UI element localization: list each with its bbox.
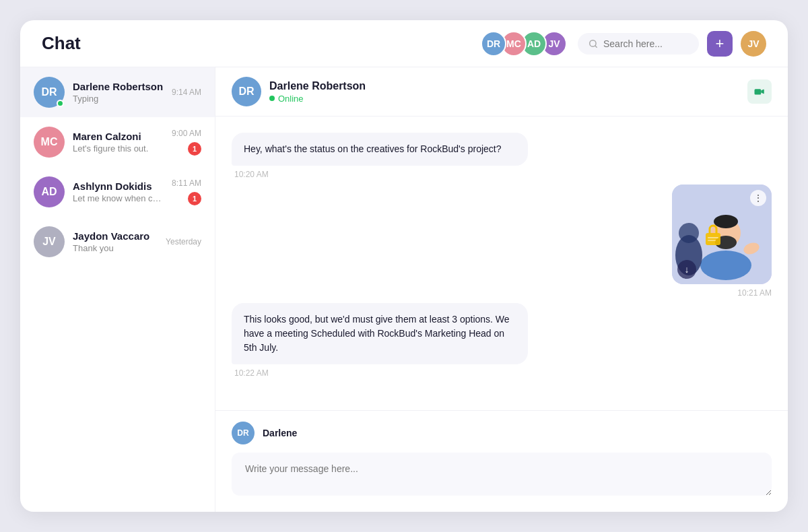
chat-header-status: Online bbox=[269, 94, 747, 104]
chat-header: DR Darlene Robertson Online bbox=[215, 67, 788, 117]
svg-rect-9 bbox=[708, 237, 718, 238]
list-item[interactable]: JV Jaydon Vaccaro Thank you Yesterday bbox=[20, 217, 215, 267]
chat-header-avatar: DR bbox=[232, 77, 261, 106]
input-area: DR Darlene bbox=[215, 410, 788, 512]
chat-info: Darlene Robertson Typing bbox=[73, 81, 164, 104]
message-bubble: Hey, what's the status on the creatives … bbox=[232, 133, 528, 166]
download-button[interactable]: ↓ bbox=[677, 260, 696, 279]
image-illustration: ⋮ ↓ bbox=[672, 185, 772, 284]
message-time: 9:14 AM bbox=[172, 88, 201, 97]
chat-info: Jaydon Vaccaro Thank you bbox=[73, 230, 158, 253]
status-label: Online bbox=[278, 94, 304, 104]
list-item[interactable]: DR Darlene Robertson Typing 9:14 AM bbox=[20, 67, 215, 117]
header: Chat DR MC AD JV + JV bbox=[20, 20, 788, 67]
video-call-button[interactable] bbox=[747, 79, 772, 104]
message-time: 9:00 AM bbox=[172, 129, 201, 138]
message-bubble: This looks good, but we'd must give them… bbox=[232, 303, 528, 364]
list-item[interactable]: MC Maren Calzoni Let's figure this out. … bbox=[20, 117, 215, 167]
chat-meta: 8:11 AM 1 bbox=[172, 178, 201, 205]
svg-point-4 bbox=[700, 251, 751, 280]
contact-name: Maren Calzoni bbox=[73, 131, 164, 142]
svg-rect-10 bbox=[708, 240, 716, 241]
messages-area: Hey, what's the status on the creatives … bbox=[215, 117, 788, 410]
unread-badge: 1 bbox=[188, 192, 201, 205]
chat-meta: 9:00 AM 1 bbox=[172, 129, 201, 156]
svg-rect-2 bbox=[755, 89, 762, 94]
svg-rect-8 bbox=[706, 233, 720, 245]
chat-meta: 9:14 AM bbox=[172, 88, 201, 97]
message-input[interactable] bbox=[232, 453, 772, 496]
sender-avatar: DR bbox=[232, 422, 255, 444]
main-chat: DR Darlene Robertson Online Hey, what's … bbox=[215, 67, 788, 512]
message-timestamp: 10:20 AM bbox=[234, 170, 772, 179]
avatar: JV bbox=[34, 226, 65, 257]
page-title: Chat bbox=[42, 33, 481, 54]
chat-header-name: Darlene Robertson bbox=[269, 80, 747, 92]
message-time: 8:11 AM bbox=[172, 178, 201, 188]
avatar: AD bbox=[34, 176, 65, 207]
search-bar[interactable] bbox=[578, 33, 699, 55]
header-avatars: DR MC AD JV bbox=[481, 31, 567, 57]
list-item[interactable]: AD Ashlynn Dokidis Let me know when can.… bbox=[20, 167, 215, 217]
chat-info: Maren Calzoni Let's figure this out. bbox=[73, 131, 164, 154]
message-preview: Let's figure this out. bbox=[73, 143, 164, 154]
app-container: Chat DR MC AD JV + JV DR Darlene Roberts… bbox=[20, 20, 788, 512]
message-item: This looks good, but we'd must give them… bbox=[232, 303, 772, 378]
online-indicator bbox=[57, 100, 64, 107]
header-avatar-1: DR bbox=[481, 31, 506, 57]
unread-badge: 1 bbox=[188, 142, 201, 156]
contact-name: Ashlynn Dokidis bbox=[73, 180, 164, 192]
sender-name: Darlene bbox=[263, 428, 297, 438]
chat-header-info: Darlene Robertson Online bbox=[269, 80, 747, 104]
avatar: MC bbox=[34, 127, 65, 158]
search-icon bbox=[588, 39, 598, 48]
message-item: ⋮ ↓ 10:21 AM bbox=[232, 185, 772, 298]
message-image[interactable]: ⋮ ↓ bbox=[672, 185, 772, 284]
input-row: DR Darlene bbox=[232, 422, 772, 444]
search-input[interactable] bbox=[603, 38, 688, 49]
svg-point-12 bbox=[679, 223, 699, 243]
message-timestamp: 10:22 AM bbox=[234, 368, 772, 378]
chat-meta: Yesterday bbox=[166, 237, 201, 246]
message-preview: Typing bbox=[73, 94, 164, 104]
more-options-button[interactable]: ⋮ bbox=[750, 190, 766, 206]
message-time: Yesterday bbox=[166, 237, 201, 246]
svg-point-7 bbox=[714, 215, 738, 228]
contact-name: Jaydon Vaccaro bbox=[73, 230, 158, 242]
body: DR Darlene Robertson Typing 9:14 AM MC M… bbox=[20, 67, 788, 512]
message-item: Hey, what's the status on the creatives … bbox=[232, 133, 772, 179]
status-dot bbox=[269, 96, 275, 101]
chat-info: Ashlynn Dokidis Let me know when can... bbox=[73, 180, 164, 203]
message-preview: Let me know when can... bbox=[73, 193, 164, 203]
sidebar: DR Darlene Robertson Typing 9:14 AM MC M… bbox=[20, 67, 215, 512]
avatar: DR bbox=[34, 77, 65, 108]
message-preview: Thank you bbox=[73, 243, 158, 253]
add-button[interactable]: + bbox=[707, 31, 733, 57]
video-icon bbox=[753, 86, 766, 98]
svg-line-1 bbox=[595, 45, 597, 47]
contact-name: Darlene Robertson bbox=[73, 81, 164, 92]
user-avatar: JV bbox=[741, 31, 766, 57]
message-timestamp: 10:21 AM bbox=[737, 288, 772, 298]
